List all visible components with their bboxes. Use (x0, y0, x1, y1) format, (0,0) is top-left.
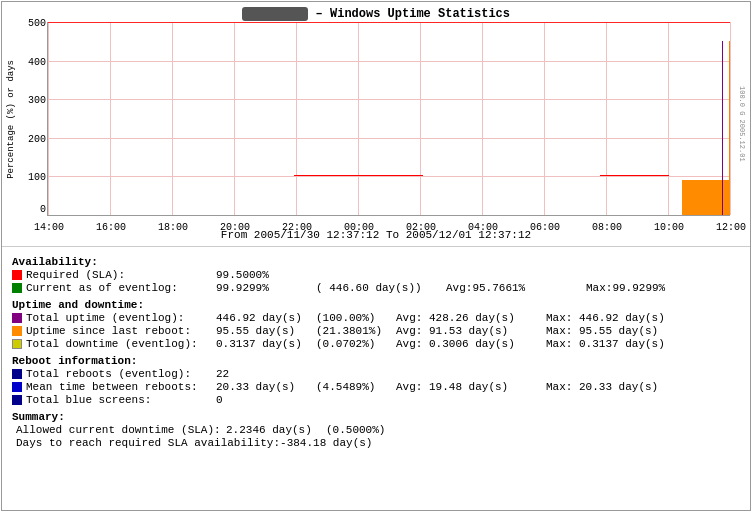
chart-inner: 500 400 300 200 100 0 14:00 16: (47, 22, 730, 216)
mean-time-label: Mean time between reboots: (26, 381, 216, 393)
days-val: -384.18 day(s) (280, 437, 372, 449)
reboots-color-box (12, 369, 22, 379)
vgrid-2: 18:00 (172, 22, 173, 215)
downtime-pct: (0.0702%) (316, 338, 396, 350)
hgrid-300: 300 (48, 99, 730, 100)
right-label: 100.0 G 2005.12.01 (738, 86, 746, 162)
ytick-100: 100 (28, 172, 46, 183)
uptime-title: Uptime and downtime: (12, 299, 740, 311)
mean-time-row: Mean time between reboots: 20.33 day(s) … (12, 381, 740, 393)
hgrid-400: 400 (48, 61, 730, 62)
total-uptime-row: Total uptime (eventlog): 446.92 day(s) (… (12, 312, 740, 324)
availability-current-avg: Avg:95.7661% (446, 282, 586, 294)
main-container: ███████ – Windows Uptime Statistics Perc… (1, 1, 751, 511)
downtime-val: 0.3137 day(s) (216, 338, 316, 350)
vgrid-0: 14:00 (48, 22, 49, 215)
total-uptime-max: Max: 446.92 day(s) (546, 312, 665, 324)
blue-screens-row: Total blue screens: 0 (12, 394, 740, 406)
since-reboot-color-box (12, 326, 22, 336)
availability-title: Availability: (12, 256, 740, 268)
allowed-val: 2.2346 day(s) (226, 424, 326, 436)
current-color-box (12, 283, 22, 293)
downtime-max: Max: 0.3137 day(s) (546, 338, 665, 350)
days-label: Days to reach required SLA availability: (16, 437, 280, 449)
blue-screens-label: Total blue screens: (26, 394, 216, 406)
total-reboots-val: 22 (216, 368, 229, 380)
vgrid-7: 04:00 (482, 22, 483, 215)
total-uptime-avg: Avg: 428.26 day(s) (396, 312, 546, 324)
purple-line (722, 41, 723, 215)
y-axis-container: Percentage (%) or days (4, 22, 18, 216)
mean-time-max: Max: 20.33 day(s) (546, 381, 658, 393)
since-reboot-val: 95.55 day(s) (216, 325, 316, 337)
ytick-500: 500 (28, 18, 46, 29)
blue-screens-color-box (12, 395, 22, 405)
availability-required-value: 99.5000% (216, 269, 316, 281)
vgrid-1: 16:00 (110, 22, 111, 215)
chart-title: ███████ – Windows Uptime Statistics (2, 7, 750, 21)
vgrid-10: 10:00 (668, 22, 669, 215)
availability-current-label: Current as of eventlog: (26, 282, 216, 294)
total-uptime-val: 446.92 day(s) (216, 312, 316, 324)
allowed-downtime-row: Allowed current downtime (SLA): 2.2346 d… (12, 424, 740, 436)
vgrid-6: 02:00 (420, 22, 421, 215)
downtime-label: Total downtime (eventlog): (26, 338, 216, 350)
title-blurred: ███████ (242, 7, 308, 21)
vgrid-4: 22:00 (296, 22, 297, 215)
total-reboots-row: Total reboots (eventlog): 22 (12, 368, 740, 380)
vgrid-9: 08:00 (606, 22, 607, 215)
availability-current-row: Current as of eventlog: 99.9299% ( 446.6… (12, 282, 740, 294)
title-suffix: – Windows Uptime Statistics (316, 7, 510, 21)
mean-time-color-box (12, 382, 22, 392)
stats-area: Availability: Required (SLA): 99.5000% C… (2, 247, 750, 510)
since-reboot-avg: Avg: 91.53 day(s) (396, 325, 546, 337)
ytick-0: 0 (40, 204, 46, 215)
since-reboot-pct: (21.3801%) (316, 325, 396, 337)
total-uptime-label: Total uptime (eventlog): (26, 312, 216, 324)
ytick-200: 200 (28, 133, 46, 144)
sla-line (48, 22, 730, 23)
red-line-right (600, 175, 668, 176)
vgrid-3: 20:00 (234, 22, 235, 215)
red-line-mid (294, 175, 424, 176)
mean-time-pct: (4.5489%) (316, 381, 396, 393)
right-label-container: 100.0 G 2005.12.01 (736, 27, 748, 221)
availability-current-value: 99.9299% (216, 282, 316, 294)
availability-current-paren: ( 446.60 day(s)) (316, 282, 446, 294)
total-reboots-label: Total reboots (eventlog): (26, 368, 216, 380)
hgrid-100: 100 (48, 176, 730, 177)
ytick-300: 300 (28, 95, 46, 106)
y-axis-label: Percentage (%) or days (6, 60, 16, 179)
vgrid-11: 12:00 (730, 22, 731, 215)
sla-color-box (12, 270, 22, 280)
since-reboot-row: Uptime since last reboot: 95.55 day(s) (… (12, 325, 740, 337)
downtime-color-box (12, 339, 22, 349)
availability-required-row: Required (SLA): 99.5000% (12, 269, 740, 281)
vgrid-5: 00:00 (358, 22, 359, 215)
days-to-reach-row: Days to reach required SLA availability:… (12, 437, 740, 449)
chart-area: ███████ – Windows Uptime Statistics Perc… (2, 2, 750, 247)
downtime-avg: Avg: 0.3006 day(s) (396, 338, 546, 350)
since-reboot-max: Max: 95.55 day(s) (546, 325, 658, 337)
mean-time-avg: Avg: 19.48 day(s) (396, 381, 546, 393)
hgrid-200: 200 (48, 138, 730, 139)
vgrid-8: 06:00 (544, 22, 545, 215)
reboot-title: Reboot information: (12, 355, 740, 367)
time-range: From 2005/11/30 12:37:12 To 2005/12/01 1… (2, 229, 750, 241)
allowed-pct: (0.5000%) (326, 424, 385, 436)
allowed-label: Allowed current downtime (SLA): (16, 424, 226, 436)
downtime-row: Total downtime (eventlog): 0.3137 day(s)… (12, 338, 740, 350)
total-uptime-color-box (12, 313, 22, 323)
mean-time-val: 20.33 day(s) (216, 381, 316, 393)
total-uptime-pct: (100.00%) (316, 312, 396, 324)
blue-screens-val: 0 (216, 394, 223, 406)
availability-current-max: Max:99.9299% (586, 282, 665, 294)
ytick-400: 400 (28, 56, 46, 67)
summary-title: Summary: (12, 411, 740, 423)
availability-required-label: Required (SLA): (26, 269, 216, 281)
since-reboot-label: Uptime since last reboot: (26, 325, 216, 337)
